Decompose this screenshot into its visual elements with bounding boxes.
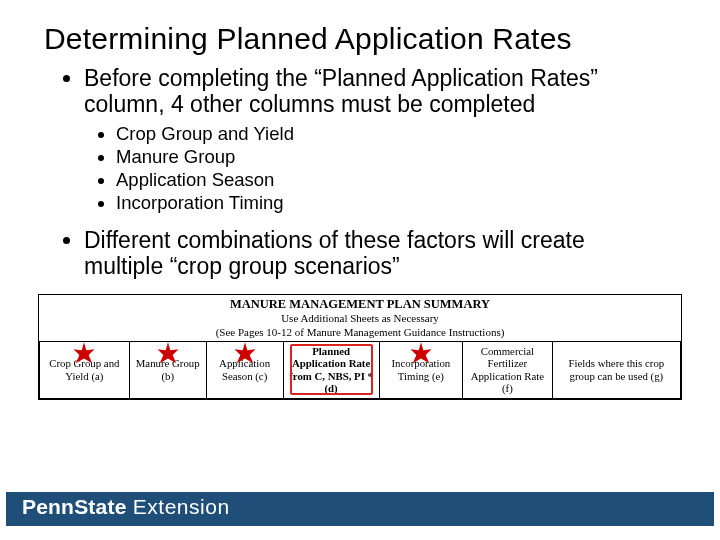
star-icon xyxy=(231,341,259,369)
footer: PennState Extension xyxy=(0,492,720,526)
table-header-row: Crop Group and Yield (a) Manure Group (b… xyxy=(40,341,681,399)
summary-table-title: MANURE MANAGEMENT PLAN SUMMARY xyxy=(39,295,681,312)
col-e: Incorporation Timing (e) xyxy=(379,341,462,399)
sub-bullet-1: Crop Group and Yield xyxy=(116,122,668,145)
summary-table: Crop Group and Yield (a) Manure Group (b… xyxy=(39,341,681,400)
svg-marker-1 xyxy=(157,342,178,363)
bullet-1: Before completing the “Planned Applicati… xyxy=(84,66,668,118)
svg-marker-0 xyxy=(74,342,95,363)
bullet-2: Different combinations of these factors … xyxy=(84,228,668,280)
slide-body: Before completing the “Planned Applicati… xyxy=(0,62,720,280)
slide-title: Determining Planned Application Rates xyxy=(0,0,720,62)
sub-bullet-list: Crop Group and Yield Manure Group Applic… xyxy=(60,122,668,215)
col-c: Application Season (c) xyxy=(206,341,283,399)
summary-table-sub1: Use Additional Sheets as Necessary xyxy=(39,312,681,327)
star-icon xyxy=(70,341,98,369)
col-b: Manure Group (b) xyxy=(129,341,206,399)
brand-part1: Penn xyxy=(22,495,74,518)
summary-table-container: MANURE MANAGEMENT PLAN SUMMARY Use Addit… xyxy=(38,294,682,401)
sub-bullet-4: Incorporation Timing xyxy=(116,191,668,214)
col-d: Planned Application Rate from C, NBS, PI… xyxy=(283,341,379,399)
col-d-label: Planned Application Rate from C, NBS, PI… xyxy=(289,345,373,394)
summary-table-sub2: (See Pages 10-12 of Manure Management Gu… xyxy=(39,326,681,341)
slide: Determining Planned Application Rates Be… xyxy=(0,0,720,540)
brand-part3: Extension xyxy=(127,495,230,518)
brand-logo: PennState Extension xyxy=(22,495,230,519)
sub-bullet-2: Manure Group xyxy=(116,145,668,168)
sub-bullet-3: Application Season xyxy=(116,168,668,191)
svg-marker-3 xyxy=(410,342,431,363)
col-a: Crop Group and Yield (a) xyxy=(40,341,130,399)
star-icon xyxy=(154,341,182,369)
brand-part2: State xyxy=(74,495,126,518)
col-g-label: Fields where this crop group can be used… xyxy=(569,357,665,381)
bullet-list-2: Different combinations of these factors … xyxy=(60,228,668,280)
svg-marker-2 xyxy=(234,342,255,363)
col-f: Commercial Fertilizer Application Rate (… xyxy=(463,341,553,399)
star-icon xyxy=(407,341,435,369)
bullet-list: Before completing the “Planned Applicati… xyxy=(60,66,668,118)
col-g: Fields where this crop group can be used… xyxy=(552,341,680,399)
col-f-label: Commercial Fertilizer Application Rate (… xyxy=(471,345,544,394)
